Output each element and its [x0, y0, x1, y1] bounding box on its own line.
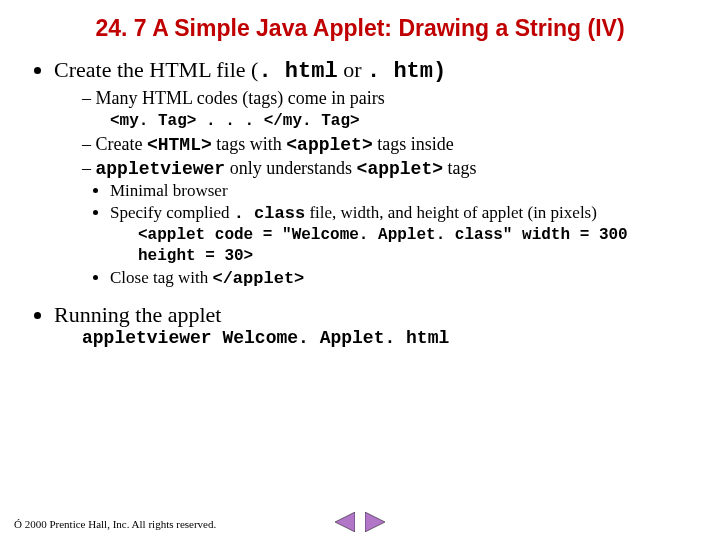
- slide: 24. 7 A Simple Java Applet: Drawing a St…: [0, 0, 720, 348]
- next-icon[interactable]: [365, 512, 387, 532]
- sub-sub-list: Minimal browser Specify complied . class…: [82, 181, 692, 223]
- close-tag: Close tag with </applet>: [110, 268, 692, 288]
- nav-arrows: [333, 512, 387, 532]
- svg-marker-1: [365, 512, 385, 532]
- minimal-browser: Minimal browser: [110, 181, 692, 201]
- text: Create the HTML file (: [54, 57, 258, 82]
- bullet-running: Running the applet appletviewer Welcome.…: [54, 302, 692, 348]
- slide-title: 24. 7 A Simple Java Applet: Drawing a St…: [28, 14, 692, 43]
- ext-html: . html: [258, 59, 337, 84]
- text: Running the applet: [54, 302, 221, 327]
- prev-icon[interactable]: [333, 512, 355, 532]
- run-command: appletviewer Welcome. Applet. html: [82, 328, 692, 348]
- specify-class: Specify complied . class file, width, an…: [110, 203, 692, 223]
- copyright-footer: Ó 2000 Prentice Hall, Inc. All rights re…: [14, 518, 216, 530]
- bullet-list: Create the HTML file (. html or . htm) M…: [34, 57, 692, 349]
- sub-list: Many HTML codes (tags) come in pairs: [54, 88, 692, 109]
- sub-list: Create <HTML> tags with <applet> tags in…: [54, 134, 692, 289]
- ext-htm: . htm): [367, 59, 446, 84]
- bullet-create-html: Create the HTML file (. html or . htm) M…: [54, 57, 692, 289]
- sub-sub-list: Close tag with </applet>: [82, 268, 692, 288]
- svg-marker-0: [335, 512, 355, 532]
- code-mytag: <my. Tag> . . . </my. Tag>: [110, 112, 692, 130]
- applet-code-line2: height = 30>: [138, 246, 692, 267]
- sub-appletviewer: appletviewer only understands <applet> t…: [82, 158, 692, 289]
- applet-code-line1: <applet code = "Welcome. Applet. class" …: [138, 225, 692, 246]
- text: or: [338, 57, 367, 82]
- sub-many-tags: Many HTML codes (tags) come in pairs: [82, 88, 692, 109]
- sub-create-tags: Create <HTML> tags with <applet> tags in…: [82, 134, 692, 155]
